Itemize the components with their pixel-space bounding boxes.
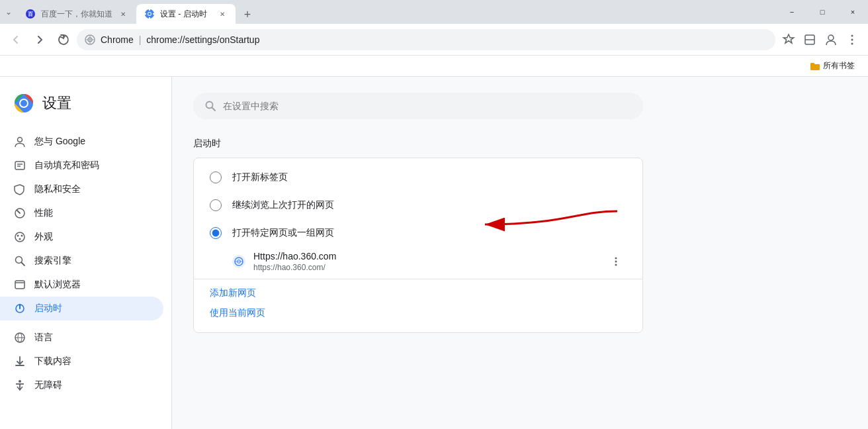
radio-new-tab[interactable] <box>210 171 222 183</box>
sidebar-item-privacy[interactable]: 隐私和安全 <box>0 177 163 201</box>
sidebar-item-appearance[interactable]: 外观 <box>0 225 163 249</box>
radio-specific[interactable] <box>210 227 222 239</box>
addressbar: Chrome | chrome://settings/onStartup <box>0 24 868 56</box>
sidebar-header: 设置 <box>0 82 171 124</box>
url-text: chrome://settings/onStartup <box>146 34 259 45</box>
label-specific: 打开特定网页或一组网页 <box>232 227 334 239</box>
label-continue: 继续浏览上次打开的网页 <box>232 199 334 211</box>
search-icon <box>204 100 216 112</box>
label-new-tab: 打开新标签页 <box>232 171 288 183</box>
add-page-link[interactable]: 添加新网页 <box>194 282 642 305</box>
chrome-logo <box>13 93 34 114</box>
address-text: Chrome | chrome://settings/onStartup <box>101 34 767 45</box>
tab-settings-close[interactable]: ✕ <box>217 9 228 19</box>
option-specific[interactable]: 打开特定网页或一组网页 <box>194 219 642 247</box>
sidebar-label-startup: 启动时 <box>34 303 62 314</box>
radio-continue[interactable] <box>210 199 222 211</box>
back-button[interactable] <box>5 29 26 50</box>
svg-point-2 <box>145 9 154 19</box>
sidebar-item-downloads[interactable]: 下载内容 <box>0 350 163 373</box>
new-tab-button[interactable]: + <box>238 5 257 24</box>
sidebar-item-browser[interactable]: 默认浏览器 <box>0 273 163 297</box>
svg-point-24 <box>19 238 21 240</box>
sidebar-item-search[interactable]: 搜索引擎 <box>0 249 163 273</box>
profile-button[interactable] <box>820 29 842 50</box>
tab-baidu-close[interactable]: ✕ <box>118 9 128 19</box>
palette-icon <box>13 230 26 244</box>
toolbar-right <box>778 29 863 50</box>
startup-settings-card: 打开新标签页 继续浏览上次打开的网页 打开特定网页或一组网页 <box>193 158 643 333</box>
tab-settings-title: 设置 - 启动时 <box>160 9 212 20</box>
svg-point-15 <box>21 100 27 107</box>
address-box[interactable]: Chrome | chrome://settings/onStartup <box>77 29 775 50</box>
more-menu-button[interactable] <box>842 29 863 50</box>
close-button[interactable]: × <box>838 0 868 24</box>
performance-icon <box>13 207 26 220</box>
maximize-button[interactable]: □ <box>807 0 838 24</box>
section-title: 启动时 <box>193 138 847 150</box>
search-input[interactable] <box>223 101 632 111</box>
download-icon <box>13 355 26 368</box>
tab-settings[interactable]: 设置 - 启动时 ✕ <box>136 4 236 24</box>
url-info: Https://hao.360.com https://hao.360.com/ <box>253 251 597 272</box>
url-separator: | <box>136 34 144 45</box>
svg-point-11 <box>851 38 853 40</box>
svg-point-23 <box>21 235 23 237</box>
svg-point-48 <box>615 264 617 266</box>
sidebar-label-language: 语言 <box>34 332 53 344</box>
url-subtitle: https://hao.360.com/ <box>253 263 597 272</box>
sidebar-item-google[interactable]: 您与 Google <box>0 130 163 154</box>
tab-baidu[interactable]: 百 百度一下，你就知道 ✕ <box>17 4 136 24</box>
svg-point-22 <box>17 235 19 237</box>
svg-point-10 <box>851 34 853 36</box>
sidebar-label-appearance: 外观 <box>34 231 53 243</box>
sidebar-label-autofill: 自动填充和密码 <box>34 160 99 171</box>
minimize-button[interactable]: − <box>777 0 807 24</box>
content-area: 启动时 打开新标签页 继续浏览上次打开的网页 打开特定网页或一组网页 <box>172 77 868 429</box>
folder-icon <box>810 61 820 72</box>
svg-point-21 <box>15 232 24 242</box>
sidebar-item-accessibility[interactable]: 无障碍 <box>0 373 163 397</box>
all-bookmarks[interactable]: 所有书签 <box>804 58 860 74</box>
sidebar-label-performance: 性能 <box>34 207 53 219</box>
tab-chevron[interactable]: ⌄ <box>0 7 17 17</box>
window-controls: − □ × <box>777 0 868 24</box>
sidebar-item-startup[interactable]: 启动时 <box>0 297 163 320</box>
sidebar-label-google: 您与 Google <box>34 136 85 148</box>
tabs-area: 百 百度一下，你就知道 ✕ 设置 - 启动时 ✕ + <box>17 0 777 24</box>
baidu-favicon: 百 <box>25 9 36 19</box>
sidebar: 设置 您与 Google 自动填充和密码 隐私和安全 性能 <box>0 77 172 429</box>
search-icon <box>13 254 26 267</box>
svg-point-47 <box>615 261 617 263</box>
sidebar-item-performance[interactable]: 性能 <box>0 201 163 225</box>
bookmarks-bar: 所有书签 <box>0 56 868 77</box>
sidebar-item-autofill[interactable]: 自动填充和密码 <box>0 154 163 177</box>
autofill-icon <box>13 159 26 172</box>
sidebar-label-accessibility: 无障碍 <box>34 379 62 391</box>
sidebar-label-browser: 默认浏览器 <box>34 279 81 291</box>
option-continue[interactable]: 继续浏览上次打开的网页 <box>194 191 642 219</box>
sidebar-label-search: 搜索引擎 <box>34 255 71 267</box>
shield-icon <box>13 183 26 196</box>
main-layout: 设置 您与 Google 自动填充和密码 隐私和安全 性能 <box>0 77 868 429</box>
person-icon <box>13 135 26 148</box>
svg-line-42 <box>212 108 216 111</box>
divider <box>194 279 642 279</box>
forward-button[interactable] <box>29 29 50 50</box>
svg-point-46 <box>615 258 617 260</box>
url-entry: Https://hao.360.com https://hao.360.com/ <box>194 247 642 276</box>
sidebar-item-language[interactable]: 语言 <box>0 326 163 350</box>
power-icon <box>13 302 26 315</box>
sidebar-title: 设置 <box>42 93 71 113</box>
accessibility-icon <box>13 379 26 392</box>
svg-rect-17 <box>15 162 24 169</box>
reload-button[interactable] <box>53 29 74 50</box>
browser-icon <box>13 278 26 291</box>
bookmark-star-button[interactable] <box>778 29 799 50</box>
use-current-link[interactable]: 使用当前网页 <box>194 305 642 327</box>
option-new-tab[interactable]: 打开新标签页 <box>194 164 642 191</box>
tab-baidu-title: 百度一下，你就知道 <box>41 9 112 20</box>
url-menu-button[interactable] <box>605 251 627 272</box>
search-box[interactable] <box>193 93 643 119</box>
performance-button[interactable] <box>799 29 820 50</box>
